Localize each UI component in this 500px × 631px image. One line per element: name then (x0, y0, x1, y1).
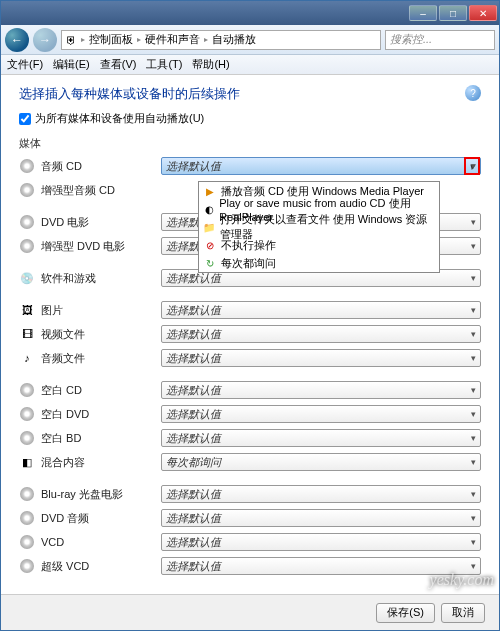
search-input[interactable]: 搜索控... (385, 30, 495, 50)
page-title: 选择插入每种媒体或设备时的后续操作 (19, 85, 481, 103)
help-icon[interactable]: ? (465, 85, 481, 101)
row-label: 音频文件 (41, 351, 161, 366)
row-label: Blu-ray 光盘电影 (41, 487, 161, 502)
row-label: 空白 DVD (41, 407, 161, 422)
row-label: 软件和游戏 (41, 271, 161, 286)
combo-mixed[interactable]: 每次都询问 (161, 453, 481, 471)
disc-icon (19, 486, 35, 502)
close-button[interactable]: ✕ (469, 5, 497, 21)
combo-bluray[interactable]: 选择默认值 (161, 485, 481, 503)
save-button[interactable]: 保存(S) (376, 603, 435, 623)
section-device: 设备 (19, 593, 481, 594)
combo-audio-files[interactable]: 选择默认值 (161, 349, 481, 367)
mixed-icon: ◧ (19, 454, 35, 470)
disc-icon (19, 558, 35, 574)
combo-svcd[interactable]: 选择默认值 (161, 557, 481, 575)
back-button[interactable]: ← (5, 28, 29, 52)
breadcrumb-sep: ▸ (137, 35, 141, 44)
wmp-icon: ▶ (203, 184, 217, 198)
section-media: 媒体 (19, 136, 481, 151)
dropdown-option[interactable]: ↻每次都询问 (199, 254, 439, 272)
menu-tools[interactable]: 工具(T) (146, 57, 182, 72)
combo-vcd[interactable]: 选择默认值 (161, 533, 481, 551)
footer: 保存(S) 取消 (1, 594, 499, 630)
breadcrumb-item[interactable]: 自动播放 (212, 32, 256, 47)
software-icon: 💿 (19, 270, 35, 286)
combo-dvd-audio[interactable]: 选择默认值 (161, 509, 481, 527)
row-label: DVD 音频 (41, 511, 161, 526)
row-label: 超级 VCD (41, 559, 161, 574)
row-label: 视频文件 (41, 327, 161, 342)
disc-icon (19, 382, 35, 398)
row-label: 音频 CD (41, 159, 161, 174)
breadcrumb[interactable]: ⛨ ▸ 控制面板 ▸ 硬件和声音 ▸ 自动播放 (61, 30, 381, 50)
disc-icon (19, 534, 35, 550)
breadcrumb-sep: ▸ (81, 35, 85, 44)
row-label: 增强型音频 CD (41, 183, 161, 198)
disc-icon (19, 406, 35, 422)
combo-pictures[interactable]: 选择默认值 (161, 301, 481, 319)
combo-blank-dvd[interactable]: 选择默认值 (161, 405, 481, 423)
menu-edit[interactable]: 编辑(E) (53, 57, 90, 72)
menu-view[interactable]: 查看(V) (100, 57, 137, 72)
breadcrumb-item[interactable]: 控制面板 (89, 32, 133, 47)
menu-file[interactable]: 文件(F) (7, 57, 43, 72)
row-label: 增强型 DVD 电影 (41, 239, 161, 254)
dropdown-arrow-highlight[interactable]: ▾ (464, 157, 480, 175)
row-label: 空白 BD (41, 431, 161, 446)
video-icon: 🎞 (19, 326, 35, 342)
dropdown-menu: ▶播放音频 CD 使用 Windows Media Player ◐Play o… (198, 181, 440, 273)
combo-audio-cd[interactable]: 选择默认值▾ (161, 157, 481, 175)
audio-icon: ♪ (19, 350, 35, 366)
menu-help[interactable]: 帮助(H) (192, 57, 229, 72)
disc-icon (19, 214, 35, 230)
titlebar: – □ ✕ (1, 1, 499, 25)
disc-icon (19, 182, 35, 198)
picture-icon: 🖼 (19, 302, 35, 318)
use-autoplay-checkbox[interactable] (19, 113, 31, 125)
menubar: 文件(F) 编辑(E) 查看(V) 工具(T) 帮助(H) (1, 55, 499, 75)
disc-icon (19, 238, 35, 254)
minimize-button[interactable]: – (409, 5, 437, 21)
forward-button: → (33, 28, 57, 52)
row-label: VCD (41, 536, 161, 548)
disc-icon (19, 510, 35, 526)
folder-icon: 📁 (203, 220, 216, 234)
use-autoplay-label: 为所有媒体和设备使用自动播放(U) (35, 111, 204, 126)
combo-blank-bd[interactable]: 选择默认值 (161, 429, 481, 447)
content-area: ? 选择插入每种媒体或设备时的后续操作 为所有媒体和设备使用自动播放(U) 媒体… (1, 75, 499, 594)
deny-icon: ⊘ (203, 238, 217, 252)
row-label: 混合内容 (41, 455, 161, 470)
disc-icon (19, 158, 35, 174)
row-label: DVD 电影 (41, 215, 161, 230)
breadcrumb-icon: ⛨ (66, 34, 77, 46)
dropdown-option[interactable]: 📁打开文件夹以查看文件 使用 Windows 资源管理器 (199, 218, 439, 236)
cancel-button[interactable]: 取消 (441, 603, 485, 623)
realplayer-icon: ◐ (203, 202, 215, 216)
refresh-icon: ↻ (203, 256, 217, 270)
maximize-button[interactable]: □ (439, 5, 467, 21)
combo-video[interactable]: 选择默认值 (161, 325, 481, 343)
row-label: 空白 CD (41, 383, 161, 398)
disc-icon (19, 430, 35, 446)
combo-blank-cd[interactable]: 选择默认值 (161, 381, 481, 399)
breadcrumb-item[interactable]: 硬件和声音 (145, 32, 200, 47)
row-label: 图片 (41, 303, 161, 318)
navbar: ← → ⛨ ▸ 控制面板 ▸ 硬件和声音 ▸ 自动播放 搜索控... (1, 25, 499, 55)
breadcrumb-sep: ▸ (204, 35, 208, 44)
